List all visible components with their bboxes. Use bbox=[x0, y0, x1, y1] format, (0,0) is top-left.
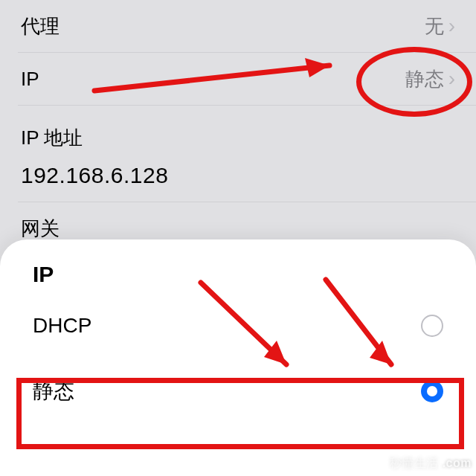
chevron-right-icon: › bbox=[448, 68, 455, 89]
gateway-label: 网关 bbox=[0, 202, 476, 242]
row-ip-label: IP bbox=[21, 68, 405, 91]
sheet-title: IP bbox=[0, 239, 476, 293]
option-dhcp[interactable]: DHCP bbox=[0, 293, 476, 358]
row-ip[interactable]: IP 静态 › bbox=[0, 53, 476, 105]
row-ip-value: 静态 bbox=[405, 66, 444, 92]
row-proxy-label: 代理 bbox=[21, 13, 425, 39]
option-dhcp-label: DHCP bbox=[33, 314, 421, 338]
watermark: 秒懂生活 .com bbox=[390, 456, 472, 472]
radio-selected-icon bbox=[421, 380, 443, 402]
option-static[interactable]: 静态 bbox=[0, 358, 476, 424]
row-proxy-value: 无 bbox=[425, 13, 444, 39]
chevron-right-icon: › bbox=[448, 16, 455, 36]
row-proxy[interactable]: 代理 无 › bbox=[0, 0, 476, 52]
ip-address-value[interactable]: 192.168.6.128 bbox=[0, 151, 476, 202]
option-static-label: 静态 bbox=[33, 377, 421, 405]
ip-address-label: IP 地址 bbox=[0, 106, 476, 151]
ip-mode-sheet: IP DHCP 静态 bbox=[0, 239, 476, 476]
radio-unselected-icon bbox=[421, 315, 443, 337]
